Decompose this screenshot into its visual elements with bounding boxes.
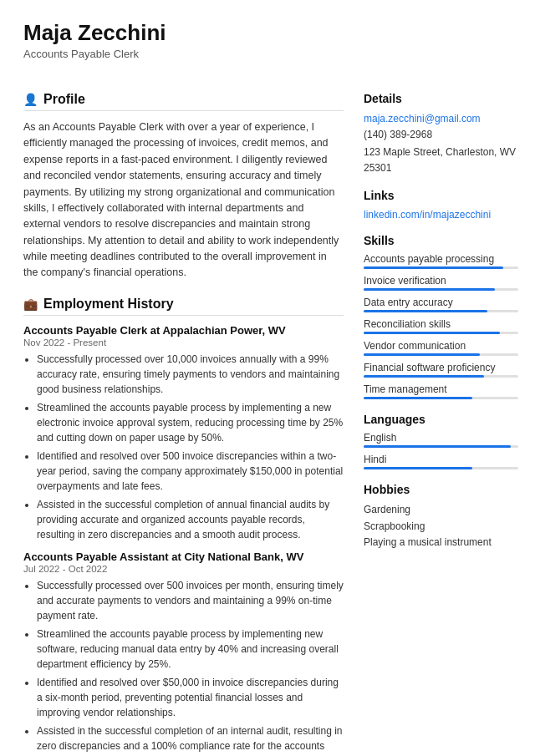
list-item: Streamlined the accounts payable process… [37,627,344,672]
skill-bar-bg-2 [364,310,518,312]
skill-bar-fill-5 [364,375,484,378]
details-phone: (140) 389-2968 [364,127,518,143]
hobby-2: Playing a musical instrument [364,535,518,551]
skill-item-6: Time management [364,383,518,399]
job-item-0: Accounts Payable Clerk at Appalachian Po… [23,324,344,542]
profile-title: 👤 Profile [23,92,344,111]
list-item: Assisted in the successful completion of… [37,497,344,542]
skill-item-2: Data entry accuracy [364,297,518,312]
profile-section: 👤 Profile As an Accounts Payable Clerk w… [23,92,344,282]
employment-icon: 💼 [23,297,38,311]
skill-label-3: Reconciliation skills [364,318,518,330]
details-section: Details maja.zecchini@gmail.com (140) 38… [364,92,518,175]
skill-bar-fill-0 [364,266,503,269]
details-email: maja.zecchini@gmail.com [364,111,518,127]
list-item: Identified and resolved over $50,000 in … [37,675,344,720]
skill-label-4: Vendor communication [364,340,518,352]
job-title-0: Accounts Payable Clerk at Appalachian Po… [23,324,344,337]
skill-item-0: Accounts payable processing [364,253,518,269]
list-item: Assisted in the successful completion of… [37,723,344,756]
profile-icon: 👤 [23,93,38,106]
skill-item-1: Invoice verification [364,275,518,291]
skill-bar-fill-1 [364,288,495,291]
lang-bar-bg-0 [364,445,518,448]
job-bullets-1: Successfully processed over 500 invoices… [23,578,344,756]
skill-label-0: Accounts payable processing [364,253,518,265]
languages-title: Languages [364,413,518,426]
job-item-1: Accounts Payable Assistant at City Natio… [23,551,344,756]
job-dates-0: Nov 2022 - Present [23,337,344,348]
list-item: Streamlined the accounts payable process… [37,400,344,445]
skill-bar-bg-0 [364,266,518,269]
employment-section: 💼 Employment History Accounts Payable Cl… [23,297,344,756]
skill-label-6: Time management [364,383,518,395]
lang-bar-fill-1 [364,467,472,469]
skill-label-5: Financial software proficiency [364,362,518,373]
skill-bar-bg-1 [364,288,518,291]
skill-bar-fill-2 [364,310,487,312]
hobbies-section: Hobbies Gardening Scrapbooking Playing a… [364,483,518,551]
list-item: Identified and resolved over 500 invoice… [37,449,344,494]
details-address: 123 Maple Street, Charleston, WV 25301 [364,145,518,175]
job-title-1: Accounts Payable Assistant at City Natio… [23,551,344,563]
skill-item-5: Financial software proficiency [364,362,518,378]
list-item: Successfully processed over 500 invoices… [37,578,344,623]
job-bullets-0: Successfully processed over 10,000 invoi… [23,352,344,542]
links-title: Links [364,189,518,202]
languages-section: Languages English Hindi [364,413,518,469]
lang-label-0: English [364,432,518,444]
header: Maja Zecchini Accounts Payable Clerk [0,0,535,68]
skills-title: Skills [364,234,518,247]
details-title: Details [364,92,518,105]
hobby-0: Gardening [364,502,518,518]
skill-label-2: Data entry accuracy [364,297,518,308]
profile-text: As an Accounts Payable Clerk with over a… [23,119,344,282]
skill-item-3: Reconciliation skills [364,318,518,334]
lang-bar-bg-1 [364,467,518,469]
skill-bar-bg-3 [364,332,518,334]
candidate-subtitle: Accounts Payable Clerk [23,48,512,60]
skill-bar-fill-3 [364,332,500,334]
links-section: Links linkedin.com/in/majazecchini [364,189,518,221]
skill-item-4: Vendor communication [364,340,518,356]
skill-bar-fill-4 [364,353,480,356]
skill-bar-bg-4 [364,353,518,356]
skills-section: Skills Accounts payable processing Invoi… [364,234,518,399]
left-column: 👤 Profile As an Accounts Payable Clerk w… [23,92,344,756]
lang-item-0: English [364,432,518,448]
skill-bar-bg-5 [364,375,518,378]
skill-bar-bg-6 [364,397,518,399]
linkedin-link[interactable]: linkedin.com/in/majazecchini [364,209,491,221]
email-link[interactable]: maja.zecchini@gmail.com [364,113,481,124]
hobby-1: Scrapbooking [364,519,518,535]
list-item: Successfully processed over 10,000 invoi… [37,352,344,397]
lang-label-1: Hindi [364,454,518,465]
candidate-name: Maja Zecchini [23,20,512,46]
employment-title: 💼 Employment History [23,297,344,316]
right-column: Details maja.zecchini@gmail.com (140) 38… [364,92,518,756]
job-dates-1: Jul 2022 - Oct 2022 [23,564,344,574]
hobbies-title: Hobbies [364,483,518,496]
lang-bar-fill-0 [364,445,511,448]
lang-item-1: Hindi [364,454,518,469]
skill-bar-fill-6 [364,397,472,399]
skill-label-1: Invoice verification [364,275,518,287]
